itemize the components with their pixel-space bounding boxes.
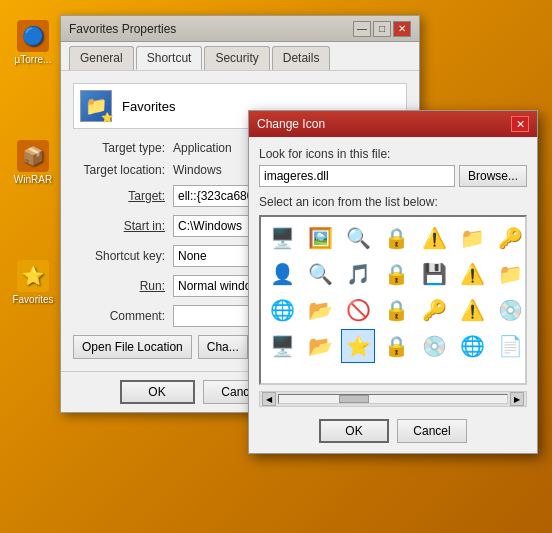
icon-cell[interactable]: 🚫: [341, 293, 375, 327]
icon-cell[interactable]: 🔍: [303, 257, 337, 291]
titlebar-controls: — □ ✕: [353, 21, 411, 37]
prop-icon: 📁: [80, 90, 112, 122]
open-file-location-button[interactable]: Open File Location: [73, 335, 192, 359]
icon-cell[interactable]: 🖼️: [303, 221, 337, 255]
icon-cell[interactable]: 🔍: [341, 221, 375, 255]
target-type-label: Target type:: [73, 141, 173, 155]
shortcut-key-label: Shortcut key:: [73, 249, 173, 263]
target-location-value: Windows: [173, 163, 222, 177]
icon-cell[interactable]: 🔒: [379, 257, 413, 291]
icon-cell[interactable]: 💿: [417, 329, 451, 363]
change-icon-footer: OK Cancel: [259, 415, 527, 443]
change-icon-title: Change Icon: [257, 117, 325, 131]
select-label: Select an icon from the list below:: [259, 195, 527, 209]
icon-cell[interactable]: 📁: [493, 257, 527, 291]
maximize-button[interactable]: □: [373, 21, 391, 37]
icon-cell[interactable]: 🎵: [341, 257, 375, 291]
desktop-icon-utorrent[interactable]: 🔵 µTorre...: [8, 20, 58, 65]
browse-button[interactable]: Browse...: [459, 165, 527, 187]
icon-cell[interactable]: ⚠️: [417, 221, 451, 255]
icon-cell[interactable]: 🔒: [379, 293, 413, 327]
icon-cell[interactable]: 🔑: [417, 293, 451, 327]
target-location-label: Target location:: [73, 163, 173, 177]
change-icon-content: Look for icons in this file: Browse... S…: [249, 137, 537, 453]
favorites-dialog-titlebar: Favorites Properties — □ ✕: [61, 16, 419, 42]
icon-cell[interactable]: 📂: [303, 329, 337, 363]
icon-cell[interactable]: 📁: [455, 221, 489, 255]
icon-cell[interactable]: 💾: [417, 257, 451, 291]
change-icon-cancel-button[interactable]: Cancel: [397, 419, 467, 443]
icon-cell[interactable]: 🔑: [493, 221, 527, 255]
tab-details[interactable]: Details: [272, 46, 331, 70]
target-label: Target:: [73, 189, 173, 203]
start-in-label: Start in:: [73, 219, 173, 233]
desktop-icon-favorites[interactable]: ⭐ Favorites: [8, 260, 58, 305]
tab-security[interactable]: Security: [204, 46, 269, 70]
tab-shortcut[interactable]: Shortcut: [136, 46, 203, 70]
icon-cell[interactable]: 🖥️: [265, 329, 299, 363]
change-icon-dialog: Change Icon ✕ Look for icons in this fil…: [248, 110, 538, 454]
icon-cell[interactable]: 💿: [493, 293, 527, 327]
tab-bar: General Shortcut Security Details: [61, 42, 419, 71]
file-row: Browse...: [259, 165, 527, 187]
favorites-dialog-title: Favorites Properties: [69, 22, 176, 36]
icon-cell[interactable]: 📄: [493, 329, 527, 363]
prop-name: Favorites: [122, 99, 175, 114]
change-icon-titlebar: Change Icon ✕: [249, 111, 537, 137]
file-label: Look for icons in this file:: [259, 147, 527, 161]
icon-cell[interactable]: ⚠️: [455, 293, 489, 327]
icon-cell[interactable]: 🖥️: [265, 221, 299, 255]
icon-grid-container: 🖥️ 🖼️ 🔍 🔒 ⚠️ 📁 🔑 👤 🔍 🎵 🔒 💾 ⚠️ 📁 🌐 📂 🚫: [259, 215, 527, 385]
target-type-value: Application: [173, 141, 232, 155]
minimize-button[interactable]: —: [353, 21, 371, 37]
scroll-track[interactable]: [278, 394, 508, 404]
change-icon-button[interactable]: Cha...: [198, 335, 248, 359]
close-button[interactable]: ✕: [393, 21, 411, 37]
file-input[interactable]: [259, 165, 455, 187]
comment-label: Comment:: [73, 309, 173, 323]
change-icon-close-button[interactable]: ✕: [511, 116, 529, 132]
change-icon-ok-button[interactable]: OK: [319, 419, 389, 443]
icon-cell[interactable]: ⚠️: [455, 257, 489, 291]
scroll-thumb[interactable]: [339, 395, 369, 403]
icon-cell[interactable]: 🌐: [455, 329, 489, 363]
tab-general[interactable]: General: [69, 46, 134, 70]
icon-cell[interactable]: ⭐: [341, 329, 375, 363]
icon-cell[interactable]: 👤: [265, 257, 299, 291]
scrollbar[interactable]: ◀ ▶: [259, 391, 527, 407]
desktop-icon-winrar[interactable]: 📦 WinRAR: [8, 140, 58, 185]
icon-cell[interactable]: 🌐: [265, 293, 299, 327]
scroll-left-arrow[interactable]: ◀: [262, 392, 276, 406]
icon-cell[interactable]: 📂: [303, 293, 337, 327]
icon-cell[interactable]: 🔒: [379, 221, 413, 255]
scroll-right-arrow[interactable]: ▶: [510, 392, 524, 406]
run-label: Run:: [73, 279, 173, 293]
icon-grid: 🖥️ 🖼️ 🔍 🔒 ⚠️ 📁 🔑 👤 🔍 🎵 🔒 💾 ⚠️ 📁 🌐 📂 🚫: [261, 217, 525, 367]
icon-cell[interactable]: 🔒: [379, 329, 413, 363]
ok-button[interactable]: OK: [120, 380, 195, 404]
